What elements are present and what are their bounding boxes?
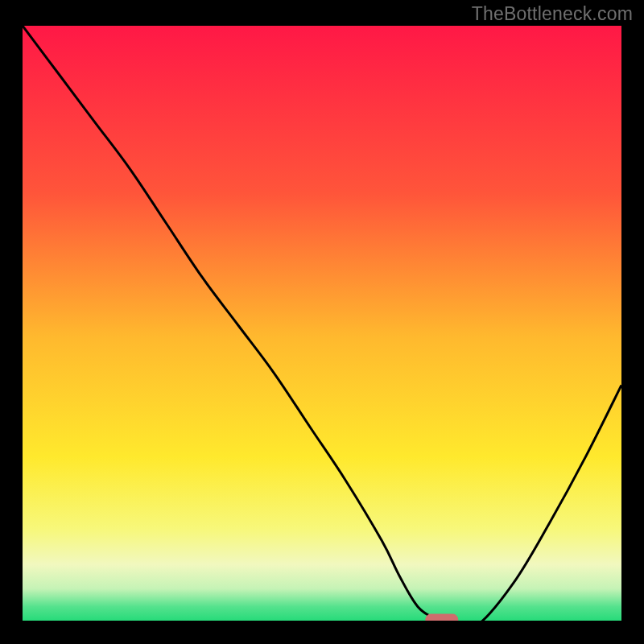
watermark-label: TheBottleneck.com xyxy=(472,3,633,25)
chart-frame: TheBottleneck.com xyxy=(0,0,644,644)
gradient-background xyxy=(23,26,621,625)
plot-area xyxy=(23,26,621,625)
plot-svg xyxy=(23,26,621,625)
baseline xyxy=(23,621,621,625)
